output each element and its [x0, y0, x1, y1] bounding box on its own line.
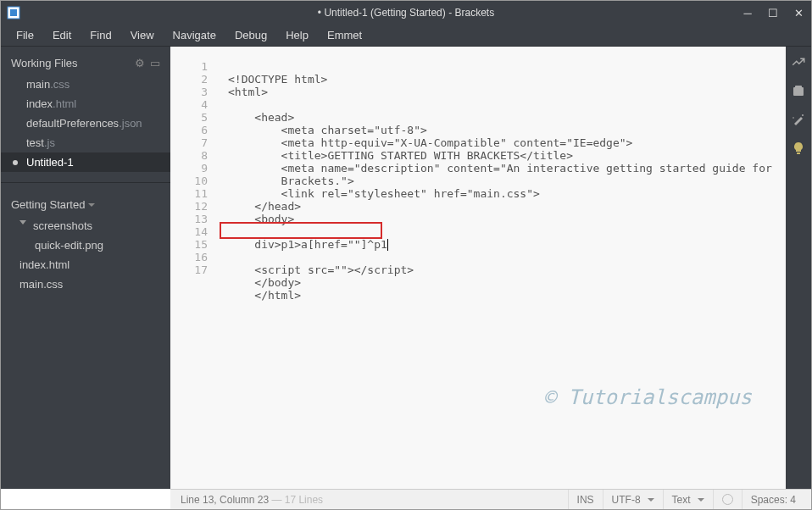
working-files-list: main.css index.html defaultPreferences.j… [1, 75, 170, 172]
code-line: <meta charset="utf-8"> [228, 124, 427, 136]
chevron-down-icon [698, 498, 704, 502]
code-line: Brackets."> [228, 175, 354, 187]
close-button[interactable]: ✕ [786, 1, 811, 25]
code-line: <head> [228, 111, 294, 124]
window-title: • Untitled-1 (Getting Started) - Bracket… [1, 7, 811, 19]
status-insert-mode[interactable]: INS [568, 490, 603, 509]
working-file[interactable]: defaultPreferences.json [1, 114, 170, 133]
menu-emmet[interactable]: Emmet [319, 25, 370, 45]
code-line: <script src=""></script> [228, 263, 414, 276]
menu-help[interactable]: Help [277, 25, 317, 45]
code-line: <title>GETTING STARTED WITH BRACKETS</ti… [228, 149, 573, 162]
extensions-icon[interactable] [790, 82, 807, 99]
statusbar: Line 13, Column 23 — 17 Lines INS UTF-8 … [170, 489, 811, 509]
menu-navigate[interactable]: Navigate [164, 25, 225, 45]
tree-file[interactable]: index.html [1, 255, 170, 274]
code-line: <meta name="description" content="An int… [228, 162, 772, 175]
project-header[interactable]: Getting Started [1, 193, 170, 216]
code-line: </html> [228, 289, 301, 302]
menu-edit[interactable]: Edit [44, 25, 80, 45]
code-line: <link rel="stylesheet" href="main.css"> [228, 187, 540, 200]
live-preview-icon[interactable] [790, 53, 807, 70]
project-panel: Getting Started screenshots quick-edit.p… [1, 188, 170, 299]
working-files-panel: Working Files ⚙ ▭ main.css index.html de… [1, 47, 170, 177]
svg-rect-1 [10, 9, 17, 16]
sidebar: Working Files ⚙ ▭ main.css index.html de… [1, 47, 170, 489]
menu-view[interactable]: View [122, 25, 163, 45]
working-file[interactable]: index.html [1, 94, 170, 114]
status-spaces[interactable]: Spaces: 4 [742, 490, 804, 509]
status-position[interactable]: Line 13, Column 23 — 17 Lines [177, 494, 568, 506]
working-file[interactable]: test.js [1, 133, 170, 152]
bulb-icon[interactable] [790, 140, 807, 157]
split-view-icon[interactable]: ▭ [150, 57, 160, 69]
project-label: Getting Started [11, 198, 85, 211]
code-line: div>p1>a[href=""]^p1 [228, 238, 388, 251]
working-file-active[interactable]: Untitled-1 [1, 152, 170, 172]
minimize-button[interactable]: ─ [735, 1, 760, 25]
menu-file[interactable]: File [8, 25, 42, 45]
code-line: <meta http-equiv="X-UA-Compatible" conte… [228, 136, 632, 149]
tree-file[interactable]: quick-edit.png [1, 236, 170, 255]
titlebar: • Untitled-1 (Getting Started) - Bracket… [1, 1, 811, 25]
app-icon [6, 5, 21, 20]
maximize-button[interactable]: ☐ [760, 1, 786, 25]
circle-icon [722, 494, 733, 505]
line-gutter: 1 2 3 4 5 6 7 8 9 10 11 12 13 14 15 16 1… [170, 47, 223, 489]
code-area[interactable]: <!DOCTYPE html> <html> <head> <meta char… [223, 47, 786, 489]
working-files-header[interactable]: Working Files ⚙ ▭ [1, 52, 170, 75]
menubar: File Edit Find View Navigate Debug Help … [1, 25, 811, 47]
code-line: <!DOCTYPE html> [228, 73, 327, 86]
right-rail [786, 47, 811, 489]
menu-find[interactable]: Find [81, 25, 120, 45]
svg-point-5 [793, 117, 794, 119]
text-cursor [387, 239, 388, 251]
menu-debug[interactable]: Debug [226, 25, 275, 45]
code-line: </body> [228, 276, 301, 289]
status-encoding[interactable]: UTF-8 [603, 490, 663, 509]
gear-icon[interactable]: ⚙ [135, 57, 145, 69]
window-controls: ─ ☐ ✕ [735, 1, 811, 25]
status-language[interactable]: Text [663, 490, 713, 509]
chevron-down-icon [19, 220, 26, 225]
code-line: <html> [228, 86, 268, 98]
code-line: <body> [228, 213, 294, 225]
sidebar-divider [1, 182, 170, 183]
project-tree: screenshots quick-edit.png index.html ma… [1, 216, 170, 294]
editor[interactable]: 1 2 3 4 5 6 7 8 9 10 11 12 13 14 15 16 1… [170, 47, 786, 489]
tree-file[interactable]: main.css [1, 274, 170, 294]
working-file[interactable]: main.css [1, 75, 170, 94]
svg-point-4 [802, 114, 804, 116]
code-line: </head> [228, 200, 301, 213]
tree-folder[interactable]: screenshots [1, 216, 170, 236]
wand-icon[interactable] [790, 111, 807, 128]
svg-rect-3 [795, 86, 802, 88]
status-lint[interactable] [713, 490, 742, 509]
chevron-down-icon [648, 498, 654, 502]
main-area: Working Files ⚙ ▭ main.css index.html de… [1, 47, 811, 489]
watermark: © Tutorialscampus [543, 391, 752, 404]
svg-rect-2 [793, 87, 804, 96]
chevron-down-icon [88, 203, 95, 207]
working-files-label: Working Files [11, 57, 78, 69]
svg-rect-6 [797, 152, 800, 154]
